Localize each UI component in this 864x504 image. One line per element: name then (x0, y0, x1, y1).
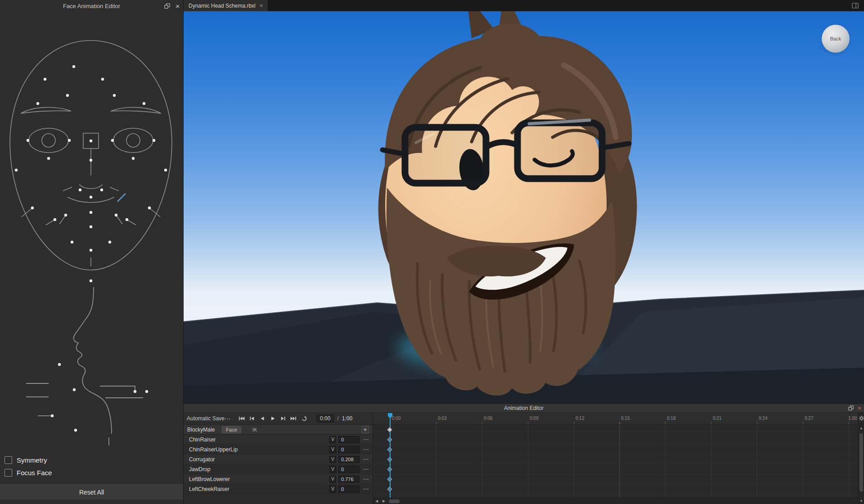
focus-face-checkbox[interactable] (4, 469, 12, 477)
viewport-3d[interactable]: Back (184, 11, 864, 403)
tick-label: 0:24 (759, 416, 767, 421)
track-name[interactable]: LeftCheekRaiser (189, 486, 329, 492)
panel-title: Face Animation Editor (63, 3, 120, 9)
track-value-field[interactable]: 0 (338, 446, 360, 453)
track-value-field[interactable]: 0 (338, 466, 360, 473)
skip-to-end-button[interactable] (290, 415, 297, 422)
rig-header-row: BlockyMale Face IK + (184, 425, 373, 435)
timeline-horizontal-scrollbar[interactable]: ◀ ▶ (373, 498, 858, 504)
tick-label: 0:18 (667, 416, 675, 421)
track-name[interactable]: LeftBrowLowerer (189, 476, 329, 482)
track-row[interactable]: ChinRaiserUpperLip V 0 ⋯ (184, 445, 373, 454)
character-head-model[interactable] (378, 11, 637, 396)
track-value-toggle[interactable]: V (329, 476, 336, 483)
tab-ik[interactable]: IK (248, 426, 261, 433)
track-menu-ellipsis[interactable]: ⋯ (360, 466, 373, 472)
timeline-settings-gear-icon[interactable] (858, 415, 864, 421)
scroll-left-icon[interactable]: ◀ (373, 498, 380, 504)
track-menu-ellipsis[interactable]: ⋯ (360, 446, 373, 453)
popout-icon[interactable] (164, 3, 170, 9)
current-time-field[interactable]: 0:00 (316, 414, 334, 423)
track-row[interactable]: LeftCheekRaiser V 0 ⋯ (184, 484, 373, 494)
track-value-toggle[interactable]: V (329, 466, 336, 473)
app-window: Face Animation Editor × (0, 0, 864, 504)
track-row[interactable]: LeftBrowLowerer V 0.776 ⋯ (184, 474, 373, 484)
track-value-field[interactable]: 0.208 (338, 456, 360, 463)
track-row[interactable]: Corrugator V 0.208 ⋯ (184, 454, 373, 464)
symmetry-checkbox-row[interactable]: Symmetry (0, 454, 183, 466)
total-time-label: 1:00 (342, 415, 352, 422)
skip-to-start-button[interactable] (238, 415, 245, 422)
animation-editor-panel: Animation Editor × Automatic Save ⋯ (184, 403, 864, 504)
tick-label: 0:03 (438, 416, 446, 421)
face-front-view (10, 40, 172, 270)
track-value-toggle[interactable]: V (329, 456, 336, 463)
face-rig-diagram[interactable] (0, 12, 183, 454)
track-name[interactable]: JawDrop (189, 466, 329, 472)
track-value-toggle[interactable]: V (329, 436, 336, 443)
timeline-vertical-scrollbar[interactable]: ▲ ▼ (858, 413, 864, 504)
focus-face-checkbox-row[interactable]: Focus Face (0, 466, 183, 479)
track-name[interactable]: ChinRaiser (189, 436, 329, 443)
track-row[interactable]: JawDrop V 0 ⋯ (184, 464, 373, 474)
track-value-toggle[interactable]: V (329, 486, 336, 493)
window-layout-icon[interactable] (852, 0, 864, 11)
hscroll-thumb[interactable] (389, 500, 400, 503)
close-icon[interactable]: × (176, 3, 180, 9)
track-menu-ellipsis[interactable]: ⋯ (360, 486, 373, 492)
close-icon[interactable]: × (858, 405, 861, 412)
playhead-line[interactable] (390, 414, 391, 498)
track-value-field[interactable]: 0.776 (338, 476, 360, 483)
ruler-tick-marks (373, 422, 858, 424)
tick-label: 0:27 (805, 416, 813, 421)
track-list-column: Automatic Save ⋯ (184, 413, 373, 504)
tab-close-icon[interactable]: × (260, 2, 263, 9)
popout-icon[interactable] (848, 405, 854, 411)
track-name[interactable]: ChinRaiserUpperLip (189, 446, 329, 453)
step-forward-button[interactable] (279, 415, 287, 422)
panel-header: Face Animation Editor × (0, 0, 183, 12)
tick-label: 0:12 (576, 416, 584, 421)
symmetry-checkbox[interactable] (4, 456, 12, 464)
tab-face[interactable]: Face (222, 426, 241, 433)
track-value-toggle[interactable]: V (329, 446, 336, 453)
track-menu-ellipsis[interactable]: ⋯ (360, 476, 373, 482)
tick-label: 1:00 (848, 416, 857, 421)
autosave-label: Automatic Save (187, 415, 225, 422)
toolbar-menu-ellipsis[interactable]: ⋯ (225, 415, 231, 422)
profile-control-points[interactable] (51, 363, 148, 446)
timeline-area[interactable]: 0:00 0:03 0:06 0:09 0:12 0:15 0:18 0:21 … (373, 413, 858, 504)
scroll-down-icon[interactable]: ▼ (858, 499, 864, 503)
panel-bottom: Symmetry Focus Face Reset All (0, 454, 183, 504)
add-track-button[interactable]: + (361, 426, 369, 433)
view-orientation-label: Back (830, 36, 841, 41)
reset-all-button[interactable]: Reset All (0, 484, 183, 500)
view-orientation-indicator[interactable]: Back (822, 25, 850, 53)
face-animation-editor-panel: Face Animation Editor × (0, 0, 184, 504)
track-menu-ellipsis[interactable]: ⋯ (360, 456, 373, 463)
track-value-field[interactable]: 0 (338, 486, 360, 493)
scroll-right-icon[interactable]: ▶ (380, 498, 387, 504)
time-divider: / (337, 415, 338, 422)
animation-editor-title: Animation Editor (504, 405, 544, 411)
tick-label: 0:06 (484, 416, 492, 421)
viewport-scene (184, 11, 864, 403)
rig-name-label: BlockyMale (187, 427, 215, 433)
track-value-field[interactable]: 0 (338, 436, 360, 443)
loop-toggle-button[interactable] (300, 415, 307, 422)
track-row[interactable]: ChinRaiser V 0 ⋯ (184, 435, 373, 445)
selected-control-segment[interactable] (117, 194, 126, 202)
autosave-dropdown[interactable]: Automatic Save (187, 415, 225, 422)
step-back-button[interactable] (248, 415, 256, 422)
track-name[interactable]: Corrugator (189, 456, 329, 463)
timeline-grid (373, 425, 858, 498)
tick-label: 0:00 (392, 416, 400, 421)
timeline-ruler[interactable]: 0:00 0:03 0:06 0:09 0:12 0:15 0:18 0:21 … (373, 413, 858, 425)
tab-dynamic-head-schema[interactable]: Dynamic Head Schema.rbxl × (184, 0, 268, 11)
play-reverse-button[interactable] (259, 415, 266, 422)
vscroll-thumb[interactable] (860, 433, 863, 491)
play-button[interactable] (269, 415, 276, 422)
tab-bar-spacer (268, 0, 852, 11)
track-menu-ellipsis[interactable]: ⋯ (360, 436, 373, 443)
scroll-up-icon[interactable]: ▲ (858, 426, 864, 430)
